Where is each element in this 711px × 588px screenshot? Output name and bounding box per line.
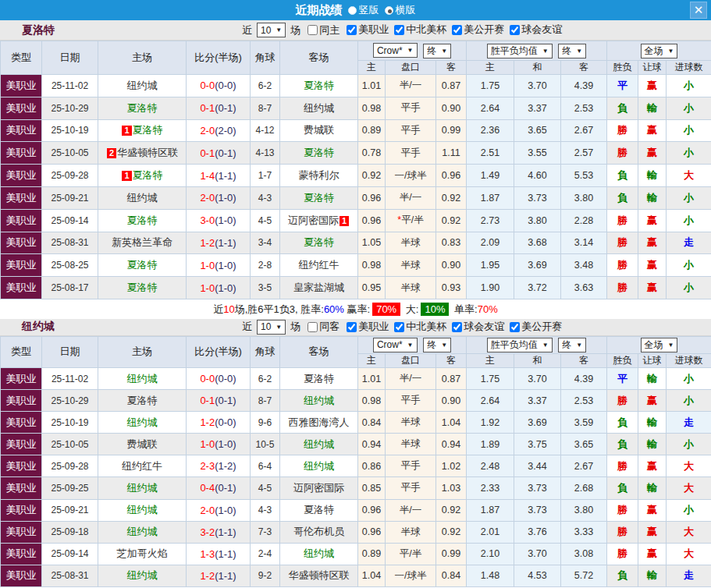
recent-count-select[interactable]: 10▼ [257,23,286,37]
eu-home-odds-cell: 1.48 [467,565,514,586]
corner-cell: 8-7 [251,97,280,119]
corner-cell: 8-7 [251,390,280,412]
home-team-cell: 1夏洛特 [98,119,187,142]
competition-checkbox-input[interactable] [347,25,357,35]
competition-checkbox-input[interactable] [510,322,520,332]
home-team-name: 夏洛特 [133,169,163,181]
competition-checkbox[interactable]: 美职业 [341,320,389,334]
fullmatch-select[interactable]: 全场▼ [641,338,678,352]
same-venue-checkbox-input[interactable] [308,25,318,35]
radio-unselected-icon[interactable] [348,6,357,15]
layout-radio-horizontal[interactable]: 横版 [385,3,416,17]
col-asian-away: 客 [436,61,467,75]
competition-checkbox[interactable]: 美职业 [341,23,389,37]
asian-home-odds-cell: 0.85 [358,477,386,499]
col-eu-home: 主 [467,61,514,75]
competition-checkbox[interactable]: 球会友谊 [504,23,562,37]
competition-checkbox[interactable]: 美公开赛 [446,23,504,37]
home-team-cell: 夏洛特 [98,254,187,277]
away-team-cell: 纽约城 [280,390,358,412]
fullmatch-select[interactable]: 全场▼ [641,44,678,58]
asian-home-odds-cell: 0.96 [358,521,386,543]
home-team-name: 新英格兰革命 [112,236,172,248]
eu-draw-odds-cell: 3.80 [514,209,561,232]
layout-radio-vertical[interactable]: 竖版 [348,3,379,17]
same-venue-checkbox-input[interactable] [308,322,318,332]
away-team-cell: 夏洛特 [280,142,358,165]
away-team-name: 纽约城 [304,102,334,114]
result-cell: 勝 [607,390,638,412]
final-odds-select[interactable]: 终▼ [423,338,451,352]
summary-segment: 70% [478,303,498,315]
bookmaker-select[interactable]: Crow*▼ [373,338,418,352]
home-team-cell: 纽约城 [98,565,187,586]
competition-checkbox-input[interactable] [394,25,404,35]
summary-segment: 70% [372,303,400,316]
corner-cell: 4-13 [251,142,280,165]
avg-odds-select[interactable]: 胜平负均值▼ [487,338,553,352]
home-team-cell: 夏洛特 [98,277,187,299]
halftime-score: (0-1) [215,102,236,114]
goals-result-cell: 走 [667,412,711,434]
eu-away-odds-cell: 2.53 [561,97,607,119]
match-row: 美职业25-08-25夏洛特1-0(1-0)2-8纽约红牛0.98半球0.901… [1,254,711,277]
competition-checkbox[interactable]: 中北美杯 [389,320,446,334]
competition-label: 美公开赛 [464,23,504,37]
radio-selected-icon[interactable] [385,6,393,15]
away-team-cell: 迈阿密国际1 [280,209,358,232]
date-cell: 25-08-17 [42,277,98,299]
competition-checkbox[interactable]: 球会友谊 [446,320,504,334]
competition-checkbox[interactable]: 中北美杯 [389,23,446,37]
eu-home-odds-cell: 1.89 [467,434,514,455]
goals-result-cell: 大 [667,521,711,543]
match-row: 美职业25-09-14芝加哥火焰1-3(1-1)2-4纽约城0.89平/半0.9… [1,543,711,565]
eu-draw-odds-cell: 4.53 [514,565,561,586]
handicap-result-cell: 輸 [638,477,667,499]
same-venue-checkbox[interactable]: 同客 [302,320,340,334]
away-team-name: 费城联 [304,124,334,136]
competition-checkbox-input[interactable] [347,322,357,332]
recent-count-select[interactable]: 10▼ [257,320,286,335]
eu-odds-group: 胜平负均值▼ 终▼ [467,41,607,61]
date-cell: 25-11-02 [42,367,98,389]
eu-odds-group: 胜平负均值▼ 终▼ [467,336,607,353]
handicap-result-cell: 赢 [638,254,667,277]
date-cell: 25-09-28 [42,165,98,187]
home-team-name: 纽约城 [127,569,158,581]
home-team-cell: 芝加哥火焰 [98,543,187,565]
bookmaker-select[interactable]: Crow*▼ [373,43,418,58]
date-cell: 25-09-14 [42,543,98,565]
final-odds-select-2[interactable]: 终▼ [558,44,586,58]
eu-draw-odds-cell: 3.72 [514,277,561,299]
same-venue-checkbox[interactable]: 同主 [302,23,340,37]
fulltime-score: 2-0 [200,125,215,136]
away-team-cell: 费城联 [280,119,358,142]
away-team-cell: 纽约城 [280,543,358,565]
final-odds-select-2[interactable]: 终▼ [558,338,586,352]
close-icon[interactable]: ✕ [690,2,707,19]
final-odds-select[interactable]: 终▼ [423,44,451,58]
eu-draw-odds-cell: 3.69 [514,412,561,434]
goals-result-cell: 走 [667,232,711,254]
type-cell: 美职业 [1,367,42,389]
competition-checkbox[interactable]: 美公开赛 [504,320,562,334]
competition-checkbox-input[interactable] [394,322,404,332]
result-cell: 勝 [607,455,638,477]
asian-away-odds-cell: 0.93 [436,277,467,299]
eu-away-odds-cell: 4.39 [561,367,607,389]
result-cell: 負 [607,477,638,499]
home-team-name: 纽约城 [127,373,158,384]
result-cell: 勝 [607,543,638,565]
competition-checkbox-input[interactable] [452,25,462,35]
handicap-cell: 平手 [386,390,436,412]
away-team-cell: 夏洛特 [280,367,358,389]
away-team-name: 夏洛特 [304,192,334,204]
competition-checkbox-input[interactable] [510,25,520,35]
match-row: 美职业25-09-21纽约城2-0(1-0)4-3夏洛特0.96半/一0.921… [1,499,711,521]
date-cell: 25-10-05 [42,142,98,165]
fulltime-score: 1-3 [200,548,215,560]
away-team-name: 皇家盐湖城 [293,282,344,293]
competition-checkbox-input[interactable] [452,322,462,332]
handicap-cell: 平手 [386,97,436,119]
avg-odds-select[interactable]: 胜平负均值▼ [487,44,553,58]
